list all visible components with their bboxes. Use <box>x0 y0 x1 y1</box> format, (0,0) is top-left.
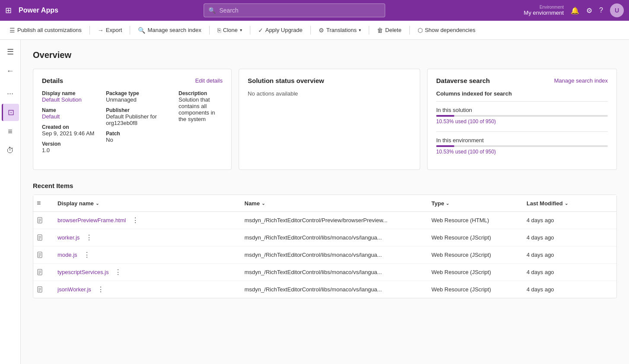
top-navigation: ⊞ Power Apps 🔍 Search Environment My env… <box>0 0 629 21</box>
row-type: Web Resource (JScript) <box>431 234 527 241</box>
version-value: 1.0 <box>42 147 102 153</box>
row-display-name[interactable]: browserPreviewFrame.html <box>57 217 129 224</box>
publisher-section: Publisher Default Publisher for org123eb… <box>106 107 175 126</box>
search-icon: 🔍 <box>208 7 216 14</box>
separator <box>209 26 210 35</box>
table-rows-container: browserPreviewFrame.html ⋮ msdyn_/RichTe… <box>33 212 616 298</box>
in-env-progress-fill <box>436 145 454 147</box>
sidebar-item-dots[interactable]: ··· <box>2 85 19 102</box>
search-placeholder: Search <box>219 7 238 14</box>
dataverse-header: Dataverse search Manage search index <box>436 77 608 84</box>
display-name-value[interactable]: Default Solution <box>42 96 102 103</box>
row-more-icon[interactable]: ⋮ <box>97 285 104 294</box>
row-last-modified: 4 days ago <box>527 234 613 241</box>
description-value: Solution that contains all components in… <box>179 96 223 122</box>
divider <box>436 101 608 102</box>
row-file-icon <box>37 286 57 293</box>
row-display-name[interactable]: mode.js <box>57 252 81 258</box>
manage-search-button[interactable]: 🔍 Manage search index <box>134 24 205 36</box>
delete-button[interactable]: 🗑 Delete <box>373 24 406 36</box>
divider <box>436 131 608 132</box>
avatar[interactable]: U <box>610 3 624 17</box>
sidebar-item-list[interactable]: ≡ <box>2 123 19 140</box>
row-display-name[interactable]: typescriptServices.js <box>57 269 112 275</box>
sort-type-icon: ⌄ <box>446 201 449 206</box>
col-display-name[interactable]: Display name ⌄ <box>57 199 245 207</box>
col-last-modified[interactable]: Last Modified ⌄ <box>527 199 613 207</box>
col-type[interactable]: Type ⌄ <box>431 199 527 207</box>
search-bar[interactable]: 🔍 Search <box>204 3 385 17</box>
export-icon: → <box>98 27 104 34</box>
solution-status-card: Solution status overview No actions avai… <box>239 69 420 170</box>
row-more-icon[interactable]: ⋮ <box>83 251 90 259</box>
waffle-icon[interactable]: ⊞ <box>5 6 12 15</box>
row-more-icon[interactable]: ⋮ <box>86 233 93 242</box>
row-path: msdyn_/RichTextEditorControl/libs/monaco… <box>245 252 432 258</box>
in-env-progress-text: 10.53% used (100 of 950) <box>436 149 608 155</box>
notifications-icon[interactable]: 🔔 <box>571 6 579 15</box>
sort-display-name-icon: ⌄ <box>96 201 99 206</box>
row-path: msdyn_/RichTextEditorControl/libs/monaco… <box>245 269 432 275</box>
package-type-section: Package type Unmanaged Publisher Default… <box>106 90 175 153</box>
app-name: Power Apps <box>19 6 58 14</box>
display-name-section: Display name Default Solution Name Defau… <box>42 90 102 153</box>
table-row[interactable]: jsonWorker.js ⋮ msdyn_/RichTextEditorCon… <box>33 281 616 298</box>
apply-upgrade-button[interactable]: ✓ Apply Upgrade <box>254 24 307 36</box>
description-section: Description Solution that contains all c… <box>179 90 223 153</box>
row-more-icon[interactable]: ⋮ <box>115 268 121 276</box>
details-card-header: Details Edit details <box>42 77 223 84</box>
package-type-label: Package type <box>106 90 175 96</box>
publisher-label: Publisher <box>106 107 175 113</box>
show-dependencies-button[interactable]: ⬡ Show dependencies <box>413 24 480 36</box>
env-name: My enviornment <box>524 10 564 16</box>
sidebar-item-history[interactable]: ⏱ <box>2 142 19 159</box>
created-value: Sep 9, 2021 9:46 AM <box>42 130 102 137</box>
separator <box>310 26 311 35</box>
environment-info: Environment My enviornment <box>524 5 564 16</box>
created-label: Created on <box>42 124 102 130</box>
row-file-icon <box>37 269 57 276</box>
row-display-name[interactable]: worker.js <box>57 234 83 241</box>
publish-button[interactable]: ☰ Publish all customizations <box>5 24 86 36</box>
table-row[interactable]: mode.js ⋮ msdyn_/RichTextEditorControl/l… <box>33 246 616 264</box>
name-value[interactable]: Default <box>42 113 102 120</box>
details-card: Details Edit details Display name Defaul… <box>33 69 232 170</box>
description-label: Description <box>179 90 223 96</box>
recent-items-table: ≡ Display name ⌄ Name ⌄ Type ⌄ Last Modi… <box>33 195 617 298</box>
sidebar-item-back[interactable]: ← <box>2 62 19 80</box>
export-button[interactable]: → Export <box>93 24 127 36</box>
sidebar-item-pages[interactable]: ⊡ <box>2 104 19 121</box>
row-path: msdyn_/RichTextEditorControl/Preview/bro… <box>245 217 432 224</box>
in-env-label: In this environment <box>436 137 608 144</box>
separator <box>250 26 250 35</box>
in-solution-progress-text: 10.53% used (100 of 950) <box>436 118 608 125</box>
sidebar-item-menu[interactable]: ☰ <box>2 43 19 61</box>
help-icon[interactable]: ? <box>599 6 603 14</box>
no-actions-text: No actions available <box>248 90 411 97</box>
clone-icon: ⎘ <box>217 27 221 34</box>
table-row[interactable]: worker.js ⋮ msdyn_/RichTextEditorControl… <box>33 229 616 246</box>
manage-search-index-link[interactable]: Manage search index <box>554 77 608 84</box>
clone-chevron-icon: ▾ <box>240 28 242 32</box>
solution-status-title: Solution status overview <box>248 77 324 84</box>
table-row[interactable]: typescriptServices.js ⋮ msdyn_/RichTextE… <box>33 264 616 281</box>
in-solution-section: In this solution 10.53% used (100 of 950… <box>436 107 608 125</box>
version-label: Version <box>42 141 102 147</box>
col-name[interactable]: Name ⌄ <box>245 199 432 207</box>
translations-button[interactable]: ⚙ Translations ▾ <box>314 24 365 36</box>
row-more-icon[interactable]: ⋮ <box>132 216 139 224</box>
edit-details-link[interactable]: Edit details <box>195 77 223 84</box>
row-name-cell: worker.js ⋮ <box>57 233 245 242</box>
apply-upgrade-icon: ✓ <box>258 27 263 34</box>
solution-status-header: Solution status overview <box>248 77 411 84</box>
delete-icon: 🗑 <box>377 27 383 34</box>
command-bar: ☰ Publish all customizations → Export 🔍 … <box>0 21 629 40</box>
details-grid: Display name Default Solution Name Defau… <box>42 90 223 153</box>
row-file-icon <box>37 234 57 241</box>
clone-button[interactable]: ⎘ Clone ▾ <box>213 24 246 36</box>
row-display-name[interactable]: jsonWorker.js <box>57 286 95 293</box>
translations-chevron-icon: ▾ <box>359 28 361 32</box>
sort-last-modified-icon: ⌄ <box>565 201 568 206</box>
settings-icon[interactable]: ⚙ <box>586 6 592 15</box>
table-row[interactable]: browserPreviewFrame.html ⋮ msdyn_/RichTe… <box>33 212 616 229</box>
